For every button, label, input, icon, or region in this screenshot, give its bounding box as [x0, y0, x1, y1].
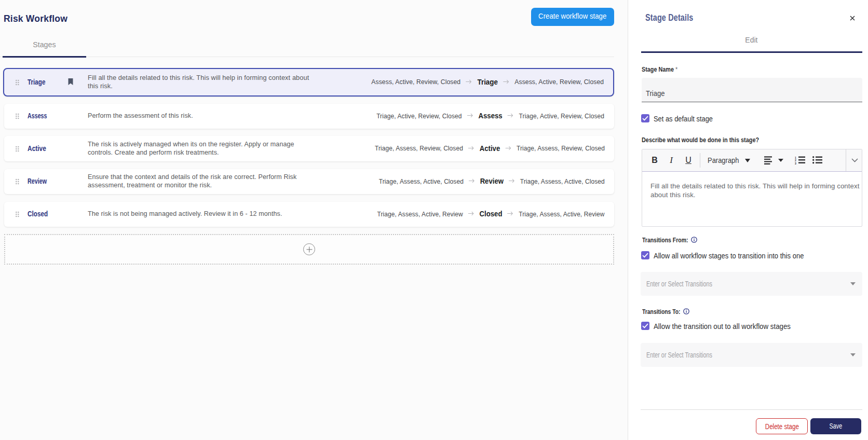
svg-text:3: 3 — [795, 162, 796, 165]
